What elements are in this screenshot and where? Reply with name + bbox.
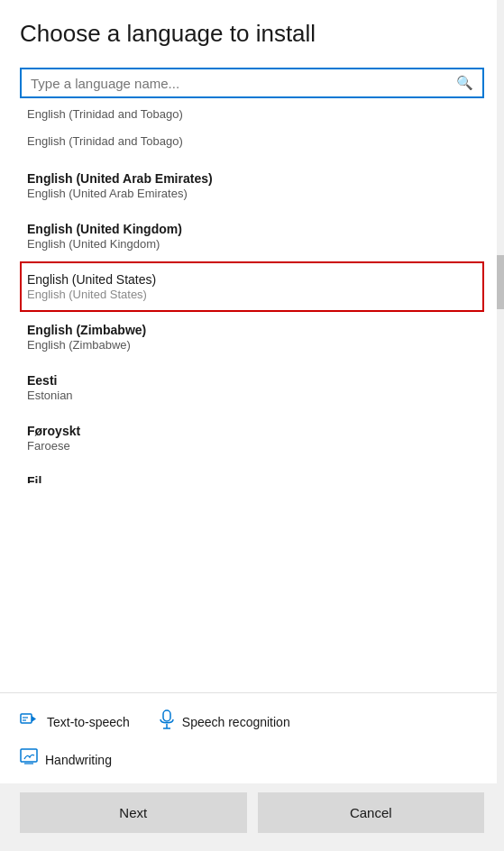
mic-icon [159, 709, 175, 734]
feature-hw: Handwriting [20, 743, 112, 776]
language-list[interactable]: English (Trinidad and Tobago) English (T… [0, 105, 504, 692]
list-item[interactable]: English (United Arab Emirates) English (… [20, 160, 484, 211]
tts-icon [20, 711, 40, 732]
lang-native: English (United Kingdom) [27, 237, 477, 251]
list-item[interactable]: Føroyskt Faroese [20, 413, 484, 463]
list-item[interactable]: English (Trinidad and Tobago) [20, 105, 484, 132]
lang-name: Fil [27, 474, 477, 485]
main-container: Choose a language to install 🔍 English (… [0, 0, 504, 851]
feature-hw-label: Handwriting [45, 753, 112, 767]
lang-name: English (United States) [27, 272, 477, 287]
features-row: Text-to-speech Speech recognition [20, 704, 484, 739]
pencil-icon [20, 748, 38, 771]
footer: Next Cancel [0, 783, 504, 851]
feature-tts-label: Text-to-speech [47, 715, 130, 729]
features-row-2: Handwriting [20, 743, 484, 776]
lang-native: Estonian [27, 389, 477, 402]
scrollbar-track [497, 0, 504, 851]
header: Choose a language to install [0, 0, 504, 57]
svg-rect-0 [21, 714, 32, 723]
features-section: Text-to-speech Speech recognition [0, 692, 504, 783]
search-input[interactable] [31, 76, 456, 91]
feature-sr-label: Speech recognition [182, 715, 290, 729]
list-item[interactable]: Eesti Estonian [20, 362, 484, 413]
svg-marker-1 [32, 716, 36, 722]
lang-native: English (Trinidad and Tobago) [27, 134, 477, 148]
lang-native: English (Zimbabwe) [27, 338, 477, 352]
lang-native: Faroese [27, 439, 477, 453]
lang-name: English (Trinidad and Tobago) [27, 107, 477, 121]
search-icon: 🔍 [456, 75, 473, 91]
list-item[interactable]: English (United Kingdom) English (United… [20, 211, 484, 261]
feature-sr: Speech recognition [159, 704, 290, 739]
list-item[interactable]: English (Trinidad and Tobago) [20, 132, 484, 160]
lang-name: Føroyskt [27, 424, 477, 438]
list-item-selected[interactable]: English (United States) English (United … [20, 261, 484, 312]
lang-name: English (Zimbabwe) [27, 323, 477, 337]
list-item[interactable]: Fil [20, 463, 484, 485]
lang-name: English (United Kingdom) [27, 222, 477, 236]
lang-native: English (United States) [27, 288, 477, 301]
list-item[interactable]: English (Zimbabwe) English (Zimbabwe) [20, 312, 484, 362]
svg-rect-4 [163, 710, 170, 721]
cancel-button[interactable]: Cancel [258, 792, 485, 833]
svg-rect-7 [21, 749, 37, 762]
search-box[interactable]: 🔍 [20, 68, 484, 98]
lang-name: Eesti [27, 373, 477, 388]
scrollbar-thumb[interactable] [497, 255, 504, 309]
page-title: Choose a language to install [20, 20, 484, 48]
next-button[interactable]: Next [20, 792, 247, 833]
lang-name: English (United Arab Emirates) [27, 171, 477, 186]
feature-tts: Text-to-speech [20, 706, 130, 737]
lang-native: English (United Arab Emirates) [27, 187, 477, 200]
